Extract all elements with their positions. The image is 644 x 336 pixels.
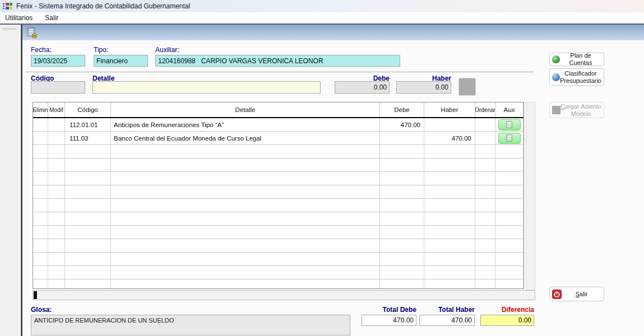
detalle-cell [111,172,380,185]
document-icon [506,134,512,142]
debe-cell [380,185,424,198]
debe-cell [380,158,424,171]
codigo-cell [65,172,111,185]
column-header-elimin[interactable]: Elimin [33,102,48,117]
codigo-cell [65,239,111,252]
total-debe-field[interactable] [362,315,416,326]
elimin-cell [33,266,48,279]
glosa-label: Glosa: [31,306,52,314]
fecha-label: Fecha: [31,46,52,54]
clasificador-presupuestario-button[interactable]: Clasificador Presupuestario [549,68,604,86]
modif-cell [48,212,65,225]
elimin-cell[interactable] [33,132,48,144]
cargar-asiento-label: Cargar Asiento Modelo [560,103,601,117]
detalle-input[interactable] [92,81,321,94]
debe-cell [380,266,424,279]
modif-cell [48,279,65,288]
codigo-input[interactable] [31,81,85,94]
column-header-ordenar[interactable]: Ordenar [475,102,495,117]
elimin-cell [33,185,48,198]
aux-cell [495,253,523,265]
codigo-cell: 112.01.01 [65,118,111,131]
grid-row-empty [33,158,523,172]
modif-cell[interactable] [48,132,65,144]
aux-button[interactable] [498,119,521,130]
codigo-cell [65,158,111,171]
new-entry-toolbar-button[interactable] [26,26,39,39]
app-icon [3,2,12,11]
modif-cell[interactable] [48,118,65,131]
add-entry-button[interactable] [458,78,476,96]
power-icon [552,290,562,299]
grid-vertical-scrollbar[interactable] [526,102,535,290]
column-header-debe[interactable]: Debe [380,102,424,117]
codigo-cell [65,199,111,212]
ordenar-cell [475,145,495,158]
debe-input[interactable] [335,81,390,94]
aux-cell [495,172,523,185]
fecha-input[interactable] [31,55,85,67]
aux-cell [495,118,523,131]
detalle-cell: Banco Central del Ecuador Moneda de Curs… [111,132,380,144]
plan-de-cuentas-button[interactable]: Plan de Cuentas [549,53,604,66]
tipo-input[interactable] [94,55,148,67]
glosa-textarea[interactable]: ANTICIPO DE REMUNERACION DE UN SUELDO [31,315,350,335]
codigo-cell [65,279,111,288]
modif-cell [48,172,65,185]
modif-cell [48,185,65,198]
grid-row-empty [33,145,523,158]
auxiliar-label: Auxiliar: [155,46,179,54]
grid-row-empty [33,199,523,212]
ordenar-cell [475,253,495,265]
column-header-haber[interactable]: Haber [424,102,475,117]
grid-row: 111.03Banco Central del Ecuador Moneda d… [33,132,523,145]
column-header-modif[interactable]: Modif [48,102,65,117]
modif-cell [48,253,65,265]
ordenar-cell [475,279,495,288]
menu-utilitarios[interactable]: Utilitarios [5,14,33,22]
elimin-cell [33,253,48,265]
elimin-cell [33,226,48,239]
menu-salir[interactable]: Salir [45,14,58,22]
aux-cell [495,185,523,198]
haber-cell [424,279,475,288]
total-haber-field[interactable] [419,315,475,326]
aux-cell [495,226,523,239]
ordenar-cell [475,185,495,198]
haber-cell: 470.00 [424,132,475,144]
haber-cell [424,118,475,131]
grid-row-empty [33,239,523,253]
ordenar-cell [475,226,495,239]
column-header-aux[interactable]: Aux [495,102,523,117]
codigo-cell [65,253,111,265]
elimin-cell[interactable] [33,118,48,131]
panel-grip[interactable] [3,28,16,30]
scrollbar-thumb[interactable] [34,291,37,299]
aux-cell [495,239,523,252]
column-header-detalle[interactable]: Detalle [111,102,380,117]
detalle-cell [111,266,380,279]
grid-horizontal-scrollbar[interactable] [33,290,535,300]
aux-cell [495,158,523,171]
ordenar-cell [475,199,495,212]
debe-cell [380,132,424,144]
total-debe-label: Total Debe [362,306,416,314]
debe-cell [380,226,424,239]
auxiliar-input[interactable] [155,55,400,67]
plan-de-cuentas-label: Plan de Cuentas [560,52,601,66]
aux-button[interactable] [498,133,521,144]
codigo-cell [65,266,111,279]
document-coins-icon [27,27,38,39]
debe-cell [380,199,424,212]
detalle-cell [111,199,380,212]
haber-input[interactable] [396,81,451,94]
green-sphere-icon [552,55,560,63]
detalle-cell [111,253,380,265]
diferencia-field[interactable] [480,315,534,326]
left-panel [0,25,20,336]
salir-button[interactable]: Salir [549,287,604,301]
debe-cell [380,172,424,185]
blue-sphere-icon [552,73,560,81]
column-header-codigo[interactable]: Código [65,102,111,117]
haber-cell [424,199,475,212]
